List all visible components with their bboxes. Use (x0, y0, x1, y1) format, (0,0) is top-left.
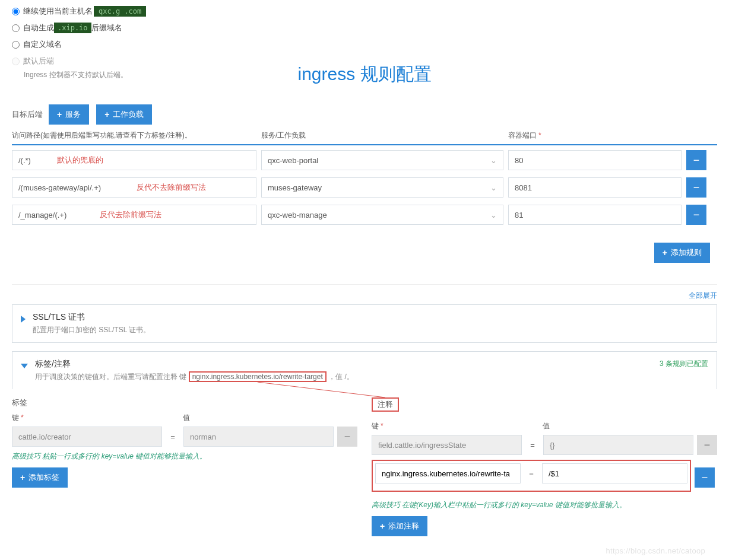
labels-col-title: 标签 (12, 397, 357, 408)
rule-row: 默认的兜底的 qxc-web-portal ⌄ − (12, 150, 717, 170)
equals-label: = (524, 469, 538, 478)
add-rule-btn-label: 添加规则 (671, 247, 702, 258)
chevron-down-icon: ⌄ (490, 156, 497, 165)
label-val-input (183, 427, 334, 447)
radio-default-backend (12, 58, 20, 65)
remove-annotation-button[interactable]: − (697, 435, 717, 455)
remove-rule-button[interactable]: − (686, 150, 706, 170)
add-service-button[interactable]: + 服务 (49, 104, 89, 125)
auto-host-label: 自动生成 (23, 23, 54, 33)
workload-btn-label: 工作负载 (113, 109, 144, 120)
svc-header: 服务/工作负载 (261, 131, 508, 141)
ssl-accordion[interactable]: SSL/TLS 证书 配置用于端口加密的 SSL/TSL 证书。 (12, 304, 717, 343)
plus-icon: + (57, 110, 62, 119)
labels-title: 标签/注释 (35, 359, 354, 370)
custom-host-label: 自定义域名 (23, 39, 62, 50)
rewrite-key-highlight: nginx.ingress.kubernetes.io/rewrite-targ… (189, 371, 327, 382)
annotations-tip: 高级技巧 在键(Key)输入栏中粘贴一行或多行的 key=value 键值对能够… (372, 500, 717, 510)
chevron-down-icon: ⌄ (490, 211, 497, 219)
radio-auto-host[interactable] (12, 24, 20, 32)
watermark: https://blog.csdn.net/catoop (606, 546, 705, 555)
path-input[interactable] (12, 177, 256, 198)
remove-label-button[interactable]: − (337, 427, 357, 447)
service-value: qxc-web-portal (268, 156, 318, 165)
port-input[interactable] (508, 150, 682, 170)
remove-rule-button[interactable]: − (686, 177, 706, 198)
rule-row: 反代去除前缀写法 qxc-web-manage ⌄ − (12, 205, 717, 225)
plus-icon: + (663, 248, 667, 257)
caret-down-icon (21, 364, 28, 368)
plus-icon: + (20, 473, 25, 482)
label-row: = − (12, 427, 357, 447)
caret-right-icon (21, 316, 26, 323)
equals-label: = (166, 432, 180, 441)
port-input[interactable] (508, 177, 682, 198)
port-input[interactable] (508, 205, 682, 225)
remove-annotation-button[interactable]: − (695, 467, 715, 488)
radio-custom-host[interactable] (12, 41, 20, 49)
path-header: 访问路径(如需使用后端重写功能,请查看下方标签/注释)。 (12, 131, 261, 141)
default-backend-label: 默认后端 (23, 56, 54, 66)
host-badge: qxc.g .com (94, 6, 146, 17)
service-value: qxc-web-manage (268, 211, 327, 219)
add-rule-button[interactable]: + 添加规则 (654, 243, 710, 263)
rule-header: 访问路径(如需使用后端重写功能,请查看下方标签/注释)。 服务/工作负载 容器端… (12, 131, 717, 145)
path-input[interactable] (12, 205, 256, 225)
chevron-down-icon: ⌄ (490, 183, 497, 192)
annotation-row: = (375, 463, 687, 483)
keep-host-label: 继续使用当前主机名 (23, 6, 93, 17)
annotations-column: 注释 键* 值 = − = − 高级技巧 在键(Key)输入栏中粘贴一行或多行的… (372, 397, 717, 536)
boxed-annotation-row: = (372, 460, 691, 492)
remove-rule-button[interactable]: − (686, 205, 706, 225)
service-btn-label: 服务 (65, 109, 81, 120)
port-header: 容器端口 (508, 131, 537, 139)
plus-icon: + (380, 521, 385, 531)
annotation-val-input (543, 435, 693, 455)
annotation-val-input[interactable] (542, 463, 687, 483)
ssl-title: SSL/TLS 证书 (33, 312, 150, 323)
service-value: muses-gateway (268, 183, 322, 192)
label-key-input (12, 427, 162, 447)
annotation-row: = − (372, 435, 717, 455)
equals-label: = (525, 441, 540, 450)
annotation-key-input (372, 435, 522, 455)
ssl-sub: 配置用于端口加密的 SSL/TSL 证书。 (33, 325, 150, 335)
labels-accordion[interactable]: 标签/注释 用于调度决策的键值对。后端重写请配置注释 键 nginx.ingre… (12, 351, 717, 389)
labels-sub: 用于调度决策的键值对。后端重写请配置注释 键 nginx.ingress.kub… (35, 372, 354, 382)
path-input[interactable] (12, 150, 256, 170)
annotations-col-title: 注释 (372, 397, 399, 412)
plus-icon: + (104, 110, 109, 119)
labels-column: 标签 键* 值 = − 高级技巧 粘贴一行或多行的 key=value 键值对能… (12, 397, 357, 536)
add-label-button[interactable]: + 添加标签 (12, 467, 68, 488)
annotation-key-input[interactable] (375, 463, 521, 483)
add-workload-button[interactable]: + 工作负载 (96, 104, 152, 125)
radio-keep-host[interactable] (12, 8, 20, 15)
labels-configured: 3 条规则已配置 (660, 359, 708, 369)
labels-tip: 高级技巧 粘贴一行或多行的 key=value 键值对能够批量输入。 (12, 451, 357, 462)
auto-host-tail: 后缀域名 (91, 23, 122, 33)
expand-all-link[interactable]: 全部展开 (12, 291, 717, 301)
service-select[interactable]: qxc-web-portal ⌄ (261, 150, 503, 170)
backend-label: 目标后端 (12, 109, 43, 120)
service-select[interactable]: qxc-web-manage ⌄ (261, 205, 503, 225)
add-annotation-button[interactable]: + 添加注释 (372, 516, 427, 536)
service-select[interactable]: muses-gateway ⌄ (261, 177, 503, 198)
rule-row: 反代不去除前缀写法 muses-gateway ⌄ − (12, 177, 717, 198)
auto-suffix-badge: .xip.io (54, 23, 91, 33)
